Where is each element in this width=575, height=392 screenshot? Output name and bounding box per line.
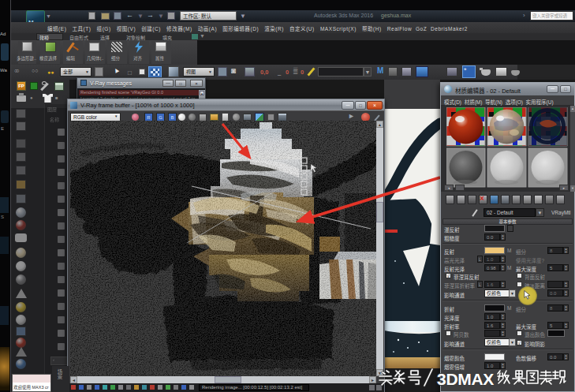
svg-text:3DMAX: 3DMAX [437, 370, 494, 388]
